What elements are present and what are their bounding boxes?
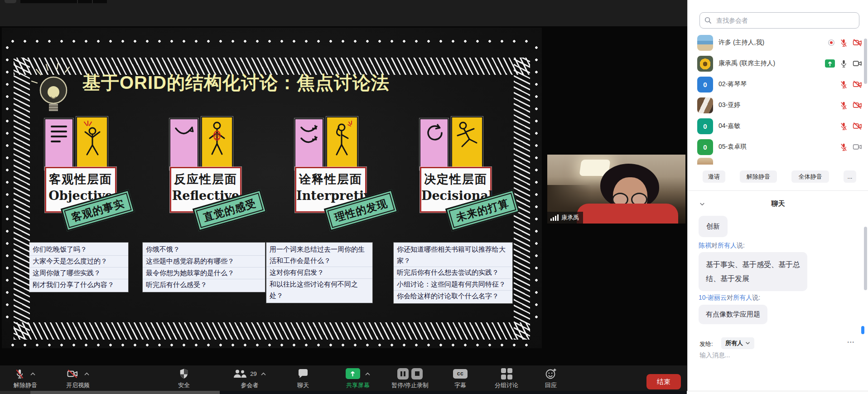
camera-off-icon (853, 80, 862, 88)
breakout-label: 分组讨论 (495, 381, 518, 389)
question: 用一个词来总结过去一周你的生活和工作会是什么？ (266, 244, 372, 267)
participants-caret[interactable] (260, 372, 266, 376)
card-reflective-figure (201, 117, 233, 170)
zoom-meeting-window: 基于ORID的结构化讨论：焦点讨论法 (0, 0, 868, 394)
chat-message-bubble: 基于事实、基于感受、基于总结、基于发展 (699, 252, 807, 291)
recipient-dropdown[interactable]: 所有人 (721, 337, 754, 349)
avatar (697, 158, 713, 165)
speaker-video-thumbnail[interactable]: 康承禹 (547, 155, 685, 224)
window-tab-fragment (5, 0, 16, 3)
window-titlebar-fragment (20, 0, 107, 3)
card-interpretive-figure (326, 117, 358, 170)
participants-scrollbar[interactable] (864, 39, 867, 84)
mute-all-button[interactable]: 全体静音 (791, 170, 829, 183)
participant-row[interactable]: 康承禹 (联席主持人) (688, 54, 868, 73)
search-input[interactable] (715, 16, 854, 24)
chat-label: 聊天 (297, 381, 309, 389)
question: 刚才我们分享了什么内容？ (29, 279, 128, 291)
question: 听完后你有什么想去尝试的实践？ (394, 267, 512, 279)
avatar: 0 (697, 118, 713, 134)
question: 你还知道哪些相关书籍可以推荐给大家？ (394, 244, 512, 267)
start-video-control[interactable]: 开启视频 (57, 367, 99, 389)
camera-off-icon (853, 39, 862, 47)
chalk-dots-left (5, 46, 9, 327)
avatar (697, 35, 713, 51)
video-options-caret[interactable] (84, 372, 90, 376)
participant-row[interactable]: 03-亚婷 (688, 95, 868, 115)
meeting-toolbar: 解除静音 开启视频 安全 2 (0, 365, 687, 391)
pause-recording-icon[interactable] (397, 368, 409, 379)
level-label-zh: 决定性层面 (421, 171, 490, 187)
question: 这对你有何启发？ (266, 267, 372, 279)
participant-name: 康承禹 (联席主持人) (719, 59, 775, 68)
participants-control[interactable]: 29 参会者 (223, 367, 276, 389)
security-control[interactable]: 安全 (164, 367, 204, 389)
end-meeting-button[interactable]: 结束 (646, 374, 681, 389)
card-decisional-refresh (420, 118, 448, 170)
breakout-control[interactable]: 分组讨论 (486, 367, 527, 389)
avatar (697, 56, 713, 72)
reactions-control[interactable]: 回应 (530, 367, 571, 389)
participant-row-partial[interactable] (688, 158, 868, 165)
share-screen-icon (346, 368, 360, 379)
card-reflective-arc (169, 118, 198, 170)
arc-arrow-icon (174, 123, 194, 146)
chat-control[interactable]: 聊天 (283, 367, 323, 389)
participants-count: 29 (250, 370, 256, 377)
search-icon (704, 17, 712, 24)
shield-icon (179, 368, 189, 379)
shared-slide: 基于ORID的结构化讨论：焦点讨论法 (2, 28, 542, 348)
recipient-value: 所有人 (725, 339, 743, 347)
participant-search[interactable] (699, 12, 859, 29)
card-objective-figure (76, 117, 108, 170)
camera-off-icon (853, 101, 862, 109)
captions-label: 字幕 (454, 381, 466, 389)
chevron-down-icon (745, 341, 750, 345)
unmute-control[interactable]: 解除静音 (5, 367, 46, 389)
sender-connector: 对 (711, 242, 718, 249)
share-options-caret[interactable] (365, 372, 371, 376)
taskbar-fragment (220, 391, 687, 394)
divider (92, 0, 93, 3)
question: 和以往比这些讨论有何不同之处？ (266, 279, 372, 302)
chat-more-button[interactable]: ... (847, 336, 854, 345)
participant-row[interactable]: 许多 (主持人,我) (688, 33, 868, 53)
mic-options-caret[interactable] (30, 372, 36, 376)
question: 你会给这样的讨论取个什么名字？ (394, 291, 512, 302)
chat-header: 聊天 (688, 199, 868, 208)
invite-button[interactable]: 邀请 (703, 170, 725, 183)
cc-icon: cc (453, 369, 468, 379)
security-label: 安全 (178, 381, 190, 389)
breakout-rooms-icon (501, 368, 512, 379)
question: 这周你做了哪些实践？ (29, 268, 128, 279)
lightbulb-icon (30, 62, 80, 121)
chalk-border-left (14, 58, 30, 340)
chat-scrollbar[interactable] (864, 227, 867, 290)
share-screen-label: 共享屏幕 (346, 381, 370, 389)
question: 听完后有什么感受？ (143, 279, 265, 291)
new-message-indicator[interactable] (861, 326, 864, 334)
send-to-label: 发给: (699, 340, 713, 348)
participants-icon (233, 369, 246, 379)
participant-row[interactable]: 0 05-袁卓琪 (688, 137, 868, 157)
chat-message-input[interactable] (699, 351, 854, 359)
participant-row[interactable]: 0 04-嘉敏 (688, 116, 868, 136)
start-video-label: 开启视频 (66, 381, 90, 389)
stop-recording-icon[interactable] (411, 368, 423, 379)
captions-control[interactable]: cc 字幕 (440, 367, 481, 389)
sender-suffix: 说: (737, 242, 745, 249)
recording-control[interactable]: 暂停/停止录制 (383, 367, 437, 389)
reactions-label: 回应 (545, 381, 557, 389)
level-label-zh: 诠释性层面 (296, 171, 365, 187)
chalk-dots-bottom (11, 343, 533, 347)
recording-label: 暂停/停止录制 (391, 381, 429, 389)
participant-row[interactable]: 0 02-蒋琴琴 (688, 74, 868, 94)
camera-on-icon (853, 59, 862, 68)
share-screen-control[interactable]: 共享屏幕 (332, 367, 384, 389)
panel-divider (688, 190, 868, 191)
unmute-button[interactable]: 解除静音 (740, 170, 777, 183)
taskbar-fragment (0, 391, 30, 394)
more-participants-button[interactable]: ... (844, 170, 856, 183)
refresh-arrow-icon (424, 123, 444, 147)
participants-label: 参会者 (241, 381, 259, 389)
